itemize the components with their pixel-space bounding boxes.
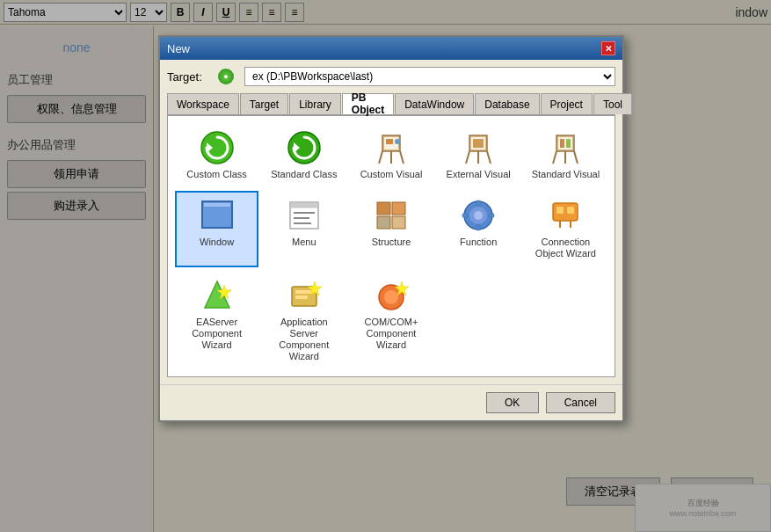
svg-rect-16 <box>473 139 484 148</box>
target-icon: ● <box>218 69 234 84</box>
svg-rect-40 <box>462 214 468 217</box>
svg-rect-38 <box>476 200 480 206</box>
icon-item-com-wizard[interactable]: COM/COM+ Component Wizard <box>349 271 433 370</box>
function-icon <box>461 198 496 233</box>
tab-target[interactable]: Target <box>240 93 288 114</box>
svg-point-37 <box>474 211 483 220</box>
svg-rect-9 <box>386 139 393 144</box>
appserver-wizard-icon <box>287 278 322 313</box>
icon-item-appserver-wizard[interactable]: Application Server Component Wizard <box>262 271 345 370</box>
svg-rect-33 <box>377 216 390 229</box>
svg-rect-34 <box>392 216 405 229</box>
icon-item-structure[interactable]: Structure <box>349 191 433 266</box>
window-icon <box>200 198 235 233</box>
modal-close-button[interactable]: ✕ <box>601 41 615 55</box>
icon-item-standard-class[interactable]: Standard Class <box>262 123 345 187</box>
target-select[interactable]: ex (D:\PBWorkspace\last) <box>244 67 615 86</box>
tab-workspace[interactable]: Workspace <box>167 93 239 114</box>
tab-library[interactable]: Library <box>289 93 341 114</box>
svg-rect-31 <box>377 202 390 215</box>
new-dialog: New ✕ Target: ● ex (D:\PBWorkspace\last)… <box>158 35 624 422</box>
ok-button[interactable]: OK <box>486 392 539 413</box>
structure-icon <box>374 198 409 233</box>
modal-title: New <box>167 42 190 55</box>
svg-rect-39 <box>476 225 480 230</box>
tab-project[interactable]: Project <box>541 93 593 114</box>
external-visual-icon <box>461 130 496 165</box>
svg-rect-43 <box>556 207 564 214</box>
menu-label: Menu <box>292 237 316 248</box>
tabs-container: Workspace Target Library PB Object DataW… <box>167 93 615 115</box>
icon-item-standard-visual[interactable]: Standard Visual <box>524 123 607 187</box>
easerver-wizard-label: EAServer Component Wizard <box>180 317 253 352</box>
svg-line-6 <box>379 151 382 164</box>
window-label: Window <box>200 237 234 248</box>
svg-rect-27 <box>290 202 318 208</box>
svg-line-14 <box>487 151 491 164</box>
icon-item-window[interactable]: Window <box>175 191 258 266</box>
svg-rect-22 <box>560 139 564 148</box>
svg-rect-32 <box>392 202 405 215</box>
appserver-wizard-label: Application Server Component Wizard <box>267 317 340 363</box>
custom-visual-label: Custom Visual <box>360 169 423 180</box>
svg-point-10 <box>395 139 400 144</box>
standard-visual-icon <box>548 130 583 165</box>
com-wizard-label: COM/COM+ Component Wizard <box>354 317 427 352</box>
cancel-button[interactable]: Cancel <box>546 392 615 413</box>
tab-tool[interactable]: Tool <box>593 93 632 114</box>
com-wizard-icon <box>374 278 409 313</box>
icon-item-menu[interactable]: Menu <box>262 191 345 266</box>
standard-class-icon <box>287 130 322 165</box>
icons-grid: Custom Class Standard Class <box>175 123 607 369</box>
target-row: Target: ● ex (D:\PBWorkspace\last) <box>167 67 615 86</box>
icons-panel: Custom Class Standard Class <box>167 115 615 377</box>
svg-rect-50 <box>295 290 313 294</box>
svg-line-19 <box>553 151 556 164</box>
tab-pb-object[interactable]: PB Object <box>342 93 394 114</box>
svg-rect-44 <box>567 207 574 214</box>
standard-visual-label: Standard Visual <box>532 169 600 180</box>
function-label: Function <box>460 237 497 248</box>
icon-item-function[interactable]: Function <box>437 191 520 266</box>
svg-line-20 <box>574 151 578 164</box>
svg-rect-25 <box>204 203 230 207</box>
external-visual-label: External Visual <box>447 169 511 180</box>
svg-rect-23 <box>566 139 571 148</box>
custom-visual-icon <box>374 130 409 165</box>
modal-body: Target: ● ex (D:\PBWorkspace\last) Works… <box>160 60 622 384</box>
icon-item-custom-class[interactable]: Custom Class <box>175 123 258 187</box>
connection-wizard-label: Connection Object Wizard <box>529 237 602 259</box>
easerver-wizard-icon <box>200 278 235 313</box>
connection-wizard-icon <box>548 198 583 233</box>
tab-datawindow[interactable]: DataWindow <box>395 93 474 114</box>
modal-titlebar: New ✕ <box>160 37 622 60</box>
svg-rect-51 <box>295 295 308 299</box>
svg-line-7 <box>400 151 404 164</box>
svg-line-13 <box>466 151 469 164</box>
menu-icon <box>287 198 322 233</box>
icon-item-connection-wizard[interactable]: Connection Object Wizard <box>524 191 607 266</box>
icon-item-custom-visual[interactable]: Custom Visual <box>349 123 433 187</box>
svg-point-54 <box>384 290 398 304</box>
structure-label: Structure <box>372 237 411 248</box>
modal-footer: OK Cancel <box>160 384 622 420</box>
tab-database[interactable]: Database <box>475 93 539 114</box>
icon-item-external-visual[interactable]: External Visual <box>437 123 520 187</box>
custom-class-icon <box>200 130 235 165</box>
target-label: Target: <box>167 70 211 84</box>
standard-class-label: Standard Class <box>271 169 337 180</box>
custom-class-label: Custom Class <box>186 169 246 180</box>
svg-rect-41 <box>489 214 494 217</box>
icon-item-easerver-wizard[interactable]: EAServer Component Wizard <box>175 271 258 370</box>
